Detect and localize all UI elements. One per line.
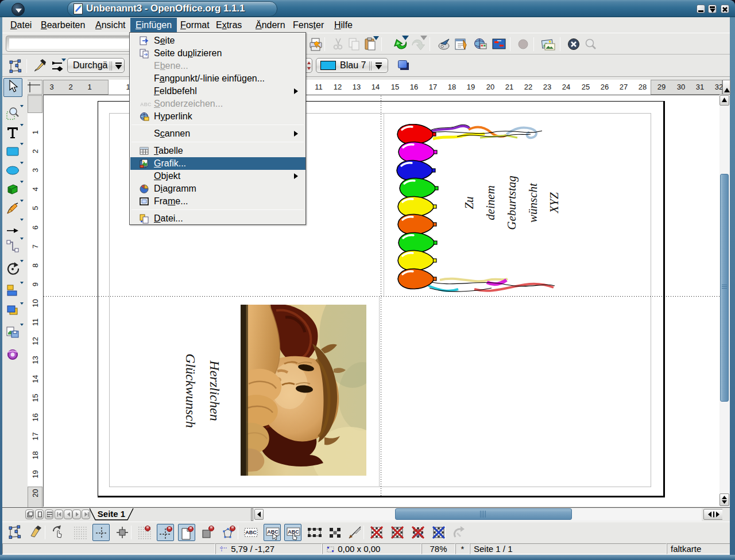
svg-text:Seite 1: Seite 1: [98, 509, 125, 519]
svg-text:ABC: ABC: [245, 530, 257, 535]
svg-text:ABC: ABC: [140, 102, 151, 107]
